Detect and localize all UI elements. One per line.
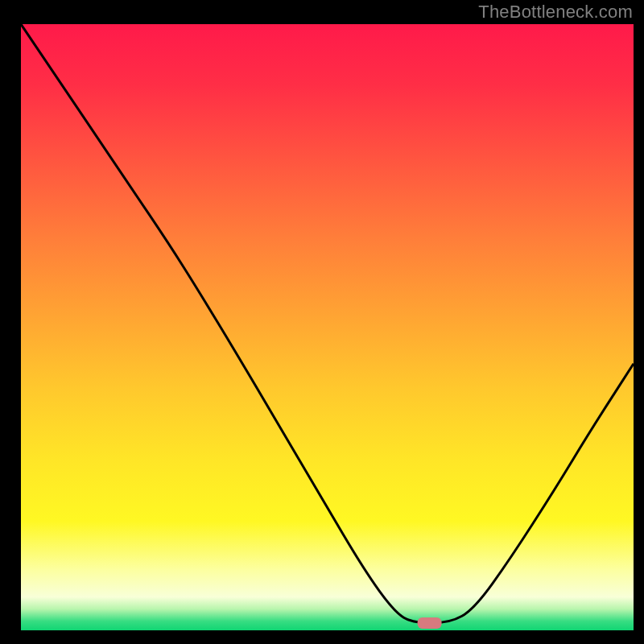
bottleneck-curve-chart (0, 0, 644, 644)
optimal-point-marker (418, 617, 442, 629)
gradient-background (21, 24, 634, 630)
chart-frame: TheBottleneck.com (0, 0, 644, 644)
